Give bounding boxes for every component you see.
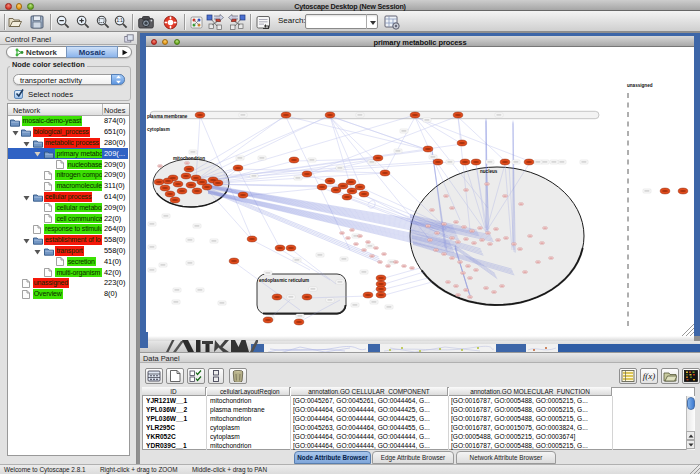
svg-text:f(x): f(x) [643, 371, 656, 381]
svg-text:mitochondrion: mitochondrion [173, 156, 205, 161]
svg-text:1:1: 1:1 [116, 18, 123, 23]
svg-text:cytoplasm: cytoplasm [147, 127, 170, 132]
svg-text:endoplasmic reticulum: endoplasmic reticulum [259, 278, 309, 283]
svg-text:nucleus: nucleus [480, 169, 498, 174]
svg-text:unassigned: unassigned [627, 83, 653, 88]
svg-text:plasma membrane: plasma membrane [147, 114, 188, 119]
